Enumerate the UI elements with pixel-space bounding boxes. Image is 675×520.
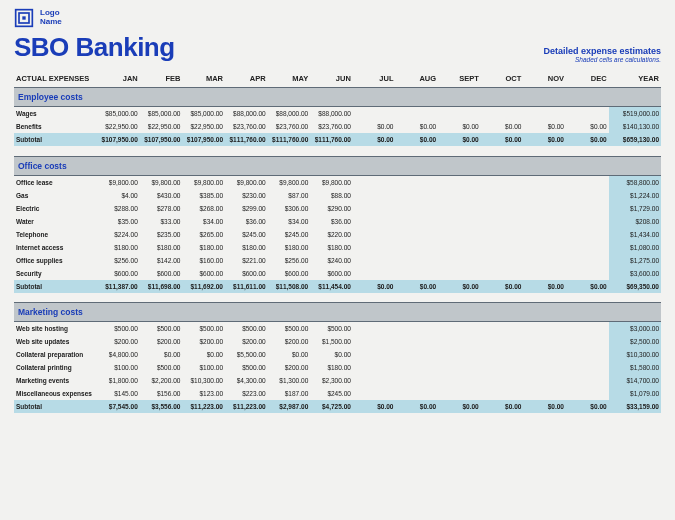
cell [481, 228, 524, 241]
cell [566, 267, 609, 280]
cell: $23,760.00 [268, 120, 311, 133]
cell [481, 175, 524, 189]
cell [438, 228, 481, 241]
cell: $145.00 [97, 387, 140, 400]
cell [438, 387, 481, 400]
cell [438, 361, 481, 374]
col-jan: JAN [97, 71, 140, 88]
cell: $500.00 [140, 322, 183, 336]
cell: $34.00 [268, 215, 311, 228]
cell: $256.00 [97, 254, 140, 267]
subtotal-cell: $0.00 [566, 133, 609, 146]
cell: $220.00 [310, 228, 353, 241]
logo-icon [14, 8, 34, 28]
subtotal-cell: $0.00 [523, 400, 566, 413]
year-cell: $1,580.00 [609, 361, 661, 374]
cell [438, 107, 481, 121]
cell: $9,800.00 [268, 175, 311, 189]
subtotal-cell: $11,223.00 [225, 400, 268, 413]
cell: $268.00 [182, 202, 225, 215]
section-header: Office costs [14, 156, 661, 175]
cell [523, 267, 566, 280]
cell: $500.00 [182, 322, 225, 336]
cell [566, 348, 609, 361]
cell [566, 374, 609, 387]
subtotal-cell: $111,760.00 [268, 133, 311, 146]
subtotal-cell: $0.00 [438, 280, 481, 293]
cell [353, 202, 396, 215]
year-cell: $14,700.00 [609, 374, 661, 387]
subtotal-cell: $11,698.00 [140, 280, 183, 293]
cell [396, 335, 439, 348]
cell: $180.00 [182, 241, 225, 254]
cell [566, 189, 609, 202]
cell: $36.00 [225, 215, 268, 228]
section-header: Marketing costs [14, 303, 661, 322]
cell: $4.00 [97, 189, 140, 202]
cell: $500.00 [225, 322, 268, 336]
subtotal-cell: $0.00 [396, 280, 439, 293]
cell [523, 335, 566, 348]
cell: $500.00 [225, 361, 268, 374]
cell [566, 361, 609, 374]
page-title: SBO Banking [14, 32, 175, 63]
logo: Logo Name [14, 8, 62, 28]
cell: $34.00 [182, 215, 225, 228]
year-cell: $140,130.00 [609, 120, 661, 133]
cell: $22,950.00 [97, 120, 140, 133]
cell [566, 107, 609, 121]
table-row: Wages$85,000.00$85,000.00$85,000.00$88,0… [14, 107, 661, 121]
cell [481, 189, 524, 202]
cell [523, 254, 566, 267]
cell [353, 322, 396, 336]
cell [438, 241, 481, 254]
cell: $290.00 [310, 202, 353, 215]
cell [396, 202, 439, 215]
cell [353, 241, 396, 254]
cell: $430.00 [140, 189, 183, 202]
spacer [14, 293, 661, 303]
cell [438, 348, 481, 361]
spacer [14, 413, 661, 423]
cell [438, 254, 481, 267]
cell: $187.00 [268, 387, 311, 400]
cell: $200.00 [268, 335, 311, 348]
col-feb: FEB [140, 71, 183, 88]
cell: $10,300.00 [182, 374, 225, 387]
subtotal-cell: $11,692.00 [182, 280, 225, 293]
row-label: Security [14, 267, 97, 280]
cell: $180.00 [97, 241, 140, 254]
cell: $0.00 [523, 120, 566, 133]
col-sep: SEPT [438, 71, 481, 88]
cell [523, 374, 566, 387]
subtotal-row: Subtotal$7,545.00$3,556.00$11,223.00$11,… [14, 400, 661, 413]
cell [566, 254, 609, 267]
cell [396, 387, 439, 400]
subtotal-cell: $111,760.00 [225, 133, 268, 146]
cell [523, 241, 566, 254]
cell: $200.00 [182, 335, 225, 348]
cell: $0.00 [481, 120, 524, 133]
subtotal-cell: $0.00 [353, 280, 396, 293]
subtotal-year: $659,130.00 [609, 133, 661, 146]
cell: $88.00 [310, 189, 353, 202]
subtotal-label: Subtotal [14, 280, 97, 293]
cell: $500.00 [140, 361, 183, 374]
cell [396, 361, 439, 374]
cell: $600.00 [225, 267, 268, 280]
cell: $142.00 [140, 254, 183, 267]
row-label: Office supplies [14, 254, 97, 267]
cell: $9,800.00 [310, 175, 353, 189]
table-row: Water$35.00$33.00$34.00$36.00$34.00$36.0… [14, 215, 661, 228]
cell [396, 228, 439, 241]
subtotal-year: $69,350.00 [609, 280, 661, 293]
cell: $23,760.00 [225, 120, 268, 133]
cell: $33.00 [140, 215, 183, 228]
table-row: Office supplies$256.00$142.00$160.00$221… [14, 254, 661, 267]
svg-rect-2 [22, 16, 25, 19]
cell: $265.00 [182, 228, 225, 241]
cell: $0.00 [353, 120, 396, 133]
cell: $36.00 [310, 215, 353, 228]
subtotal-row: Subtotal$107,950.00$107,950.00$107,950.0… [14, 133, 661, 146]
cell [396, 267, 439, 280]
